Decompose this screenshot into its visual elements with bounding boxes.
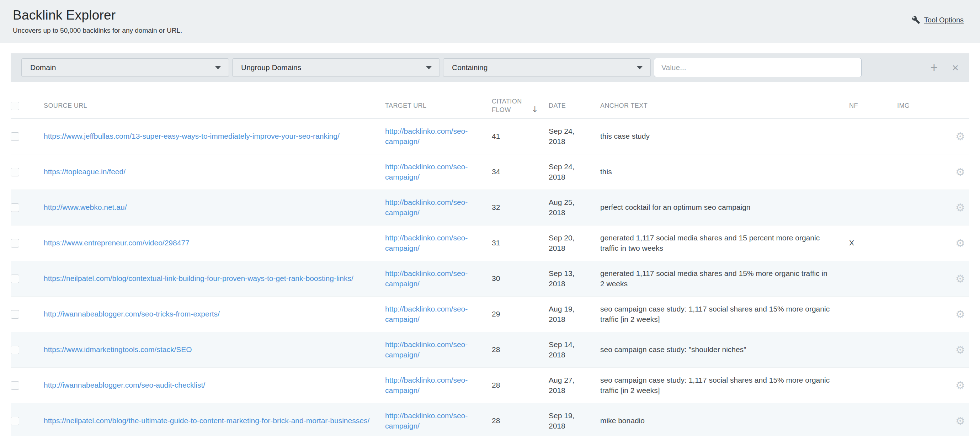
column-header-img[interactable]: IMG [897, 102, 933, 110]
source-url-link[interactable]: https://www.entrepreneur.com/video/29847… [44, 238, 189, 248]
anchor-text-value: perfect cocktail for an optimum seo camp… [600, 202, 849, 212]
table-row: https://www.idmarketingtools.com/stack/S… [11, 332, 969, 368]
chevron-down-icon [637, 66, 643, 69]
target-url-link[interactable]: http://backlinko.com/seo-campaign/ [385, 269, 482, 289]
citation-flow-value: 28 [492, 416, 549, 426]
sort-descending-icon[interactable]: ↓ [531, 105, 538, 114]
citation-flow-value: 34 [492, 167, 549, 177]
backlink-explorer-app: Backlink Explorer Uncovers up to 50,000 … [0, 0, 980, 436]
table-header-row: SOURCE URL TARGET URL CITATION FLOW ↓ DA… [11, 93, 969, 119]
target-url-link[interactable]: http://backlinko.com/seo-campaign/ [385, 304, 482, 324]
gear-icon[interactable]: ⚙ [956, 131, 965, 142]
table-row: https://neilpatel.com/blog/contextual-li… [11, 261, 969, 297]
table-row: https://neilpatel.com/blog/the-ultimate-… [11, 403, 969, 436]
filter-actions: + × [930, 61, 959, 74]
source-url-link[interactable]: http://iwannabeablogger.com/seo-audit-ch… [44, 380, 205, 390]
date-value: Sep 20, 2018 [549, 233, 600, 253]
filter-value-input[interactable] [654, 58, 862, 77]
nf-value: X [849, 238, 897, 248]
table-row: http://iwannabeablogger.com/seo-tricks-f… [11, 297, 969, 332]
gear-icon[interactable]: ⚙ [956, 309, 965, 320]
table-row: https://www.jeffbullas.com/13-super-easy… [11, 119, 969, 154]
filter-field-value: Domain [30, 63, 56, 72]
target-url-link[interactable]: http://backlinko.com/seo-campaign/ [385, 233, 482, 253]
source-url-link[interactable]: http://iwannabeablogger.com/seo-tricks-f… [44, 309, 220, 319]
target-url-link[interactable]: http://backlinko.com/seo-campaign/ [385, 197, 482, 218]
citation-flow-value: 41 [492, 131, 549, 141]
target-url-link[interactable]: http://backlinko.com/seo-campaign/ [385, 126, 482, 146]
anchor-text-value: this [600, 167, 849, 177]
column-header-citation-flow[interactable]: CITATION FLOW ↓ [492, 97, 549, 114]
source-url-link[interactable]: https://topleague.in/feed/ [44, 167, 126, 177]
select-all-checkbox[interactable] [11, 102, 19, 110]
anchor-text-value: generated 1,117 social media shares and … [600, 233, 849, 253]
anchor-text-value: seo campaign case study: "shoulder niche… [600, 345, 849, 355]
tool-options-link[interactable]: Tool Options [912, 16, 964, 24]
gear-icon[interactable]: ⚙ [956, 380, 965, 391]
gear-icon[interactable]: ⚙ [956, 345, 965, 355]
add-filter-button[interactable]: + [930, 61, 938, 74]
source-url-link[interactable]: https://neilpatel.com/blog/the-ultimate-… [44, 416, 369, 426]
anchor-text-value: seo campaign case study: 1,117 social sh… [600, 375, 849, 395]
source-url-link[interactable]: http://www.webko.net.au/ [44, 202, 127, 212]
filter-match-select[interactable]: Containing [443, 58, 651, 77]
row-checkbox[interactable] [11, 132, 19, 141]
source-url-link[interactable]: https://www.jeffbullas.com/13-super-easy… [44, 131, 340, 141]
column-header-nf[interactable]: NF [849, 102, 897, 110]
gear-icon[interactable]: ⚙ [956, 238, 965, 248]
target-url-link[interactable]: http://backlinko.com/seo-campaign/ [385, 340, 482, 360]
main-content: Domain Ungroup Domains Containing + × SO… [0, 43, 980, 436]
table-row: https://www.entrepreneur.com/video/29847… [11, 226, 969, 261]
source-url-link[interactable]: https://neilpatel.com/blog/contextual-li… [44, 274, 353, 283]
citation-flow-value: 32 [492, 202, 549, 212]
date-value: Sep 13, 2018 [549, 269, 600, 289]
page-title: Backlink Explorer [13, 8, 964, 23]
date-value: Sep 19, 2018 [549, 411, 600, 431]
table-row: https://topleague.in/feed/ http://backli… [11, 154, 969, 190]
target-url-link[interactable]: http://backlinko.com/seo-campaign/ [385, 375, 482, 395]
wrench-icon [912, 16, 920, 24]
row-checkbox[interactable] [11, 346, 19, 354]
column-header-source-url[interactable]: SOURCE URL [44, 102, 385, 110]
gear-icon[interactable]: ⚙ [956, 274, 965, 284]
row-checkbox[interactable] [11, 168, 19, 177]
remove-filter-button[interactable]: × [952, 62, 959, 73]
filter-group-select[interactable]: Ungroup Domains [232, 58, 440, 77]
tool-options-label: Tool Options [924, 16, 964, 24]
citation-flow-value: 31 [492, 238, 549, 248]
date-value: Aug 27, 2018 [549, 375, 600, 395]
date-value: Sep 24, 2018 [549, 162, 600, 182]
filter-bar: Domain Ungroup Domains Containing + × [11, 53, 969, 82]
backlinks-table: SOURCE URL TARGET URL CITATION FLOW ↓ DA… [11, 93, 969, 436]
gear-icon[interactable]: ⚙ [956, 202, 965, 213]
row-checkbox[interactable] [11, 417, 19, 425]
row-checkbox[interactable] [11, 275, 19, 283]
target-url-link[interactable]: http://backlinko.com/seo-campaign/ [385, 411, 482, 431]
filter-match-value: Containing [452, 63, 487, 72]
chevron-down-icon [215, 66, 221, 69]
gear-icon[interactable]: ⚙ [956, 416, 965, 426]
date-value: Sep 24, 2018 [549, 126, 600, 146]
date-value: Aug 19, 2018 [549, 304, 600, 324]
anchor-text-value: mike bonadio [600, 416, 849, 426]
date-value: Sep 14, 2018 [549, 340, 600, 360]
citation-flow-value: 28 [492, 345, 549, 355]
filter-group-value: Ungroup Domains [241, 63, 301, 72]
table-row: http://www.webko.net.au/ http://backlink… [11, 190, 969, 226]
citation-flow-value: 29 [492, 309, 549, 319]
column-header-target-url[interactable]: TARGET URL [385, 102, 492, 110]
filter-field-select[interactable]: Domain [21, 58, 229, 77]
table-row: http://iwannabeablogger.com/seo-audit-ch… [11, 368, 969, 403]
row-checkbox[interactable] [11, 381, 19, 390]
row-checkbox[interactable] [11, 239, 19, 248]
row-checkbox[interactable] [11, 204, 19, 212]
source-url-link[interactable]: https://www.idmarketingtools.com/stack/S… [44, 345, 192, 355]
citation-flow-value: 30 [492, 274, 549, 283]
gear-icon[interactable]: ⚙ [956, 167, 965, 177]
date-value: Aug 25, 2018 [549, 197, 600, 218]
row-checkbox[interactable] [11, 310, 19, 319]
column-header-anchor-text[interactable]: ANCHOR TEXT [600, 102, 849, 110]
column-header-date[interactable]: DATE [549, 102, 600, 110]
anchor-text-value: this case study [600, 131, 849, 141]
target-url-link[interactable]: http://backlinko.com/seo-campaign/ [385, 162, 482, 182]
